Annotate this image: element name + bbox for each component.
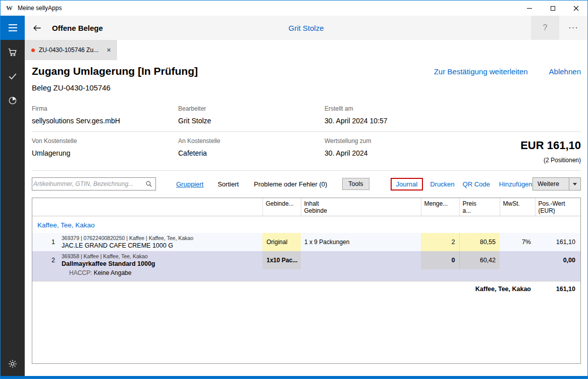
tasks-nav-button[interactable] xyxy=(1,64,25,88)
settings-button[interactable] xyxy=(1,352,25,376)
back-arrow-icon xyxy=(32,23,42,33)
menge-cell[interactable]: 2 xyxy=(421,233,459,251)
position-count: (2 Positionen) xyxy=(471,157,581,164)
row-number: 1 xyxy=(32,233,59,251)
back-button[interactable] xyxy=(25,16,49,40)
main-area: Offene Belege Grit Stolze ? ··· ZU-0430-… xyxy=(25,16,587,376)
more-actions-dropdown[interactable]: Weitere xyxy=(532,177,581,191)
cart-icon xyxy=(7,46,18,58)
app-body: Offene Belege Grit Stolze ? ··· ZU-0430-… xyxy=(1,16,587,376)
table-row[interactable]: 2 369358 | Kaffee | Kaffee, Tee, Kakao D… xyxy=(32,251,580,269)
wert-cell: 161,10 xyxy=(535,233,580,251)
minimize-button[interactable] xyxy=(518,1,541,16)
field-wertstellung: Wertstellung zum 30. April 2024 xyxy=(325,137,471,164)
mwst-cell xyxy=(500,251,535,269)
article-meta: 369358 | Kaffee | Kaffee, Tee, Kakao xyxy=(62,253,259,259)
table-row[interactable]: 1 369379 | 07622400820250 | Kaffee | Kaf… xyxy=(32,233,580,251)
help-icon: ? xyxy=(543,23,548,32)
positions-toolbar: Gruppiert Sortiert Probleme oder Fehler … xyxy=(32,177,581,191)
field-erstellt-am: Erstellt am 30. April 2024 10:57 xyxy=(325,105,471,125)
mwst-cell: 7% xyxy=(500,233,535,251)
chevron-down-icon xyxy=(573,183,577,185)
col-header-menge: Menge... xyxy=(421,198,459,216)
unsaved-indicator-dot xyxy=(31,49,35,52)
document-header: Zugang Umlagerung [In Prüfung] Zur Bestä… xyxy=(32,65,581,77)
reports-nav-button[interactable] xyxy=(1,88,25,113)
group-label: Kaffee, Tee, Kakao xyxy=(32,216,580,233)
field-firma: Firma sellysolutions Serv.ges.mbH xyxy=(32,105,178,125)
search-icon xyxy=(145,180,152,187)
grouped-toggle[interactable]: Gruppiert xyxy=(176,180,203,188)
col-header-mwst: MwSt. xyxy=(500,198,535,216)
col-header-preis: Preisa... xyxy=(459,198,500,216)
print-link[interactable]: Drucken xyxy=(430,180,454,188)
forward-for-approval-link[interactable]: Zur Bestätigung weiterleiten xyxy=(434,67,528,76)
close-icon xyxy=(573,6,579,11)
haccp-value: Keine Angabe xyxy=(94,269,132,276)
tab-label: ZU-0430-105746 Zu... xyxy=(39,46,98,54)
field-an-kostenstelle: An Kostenstelle Cafeteria xyxy=(178,137,325,164)
preis-cell[interactable]: 80,55 xyxy=(459,233,500,251)
cart-nav-button[interactable] xyxy=(1,40,25,64)
qr-code-link[interactable]: QR Code xyxy=(463,180,490,188)
maximize-icon xyxy=(551,6,555,11)
field-von-kostenstelle: Von Kostenstelle Umlagerung xyxy=(32,137,178,164)
app-logo-icon: W xyxy=(5,4,14,13)
dropdown-chevron xyxy=(569,178,580,190)
gebinde-cell[interactable]: 1x10 Pac... xyxy=(262,251,301,269)
menge-cell[interactable]: 0 xyxy=(421,251,459,269)
document-number: Beleg ZU-0430-105746 xyxy=(32,83,581,92)
summary-value: 161,10 xyxy=(535,281,580,296)
app-window: W Meine sellyApps xyxy=(0,0,588,379)
sorted-toggle[interactable]: Sortiert xyxy=(218,180,239,188)
current-user-link[interactable]: Grit Stolze xyxy=(288,24,324,32)
window-title: Meine sellyApps xyxy=(18,5,62,12)
journal-link[interactable]: Journal xyxy=(396,180,418,188)
search-input[interactable] xyxy=(33,180,145,187)
hamburger-icon xyxy=(9,24,17,25)
maximize-button[interactable] xyxy=(541,1,564,16)
close-button[interactable] xyxy=(564,1,587,16)
fields-row-1: Firma sellysolutions Serv.ges.mbH Bearbe… xyxy=(32,102,581,132)
search-box xyxy=(32,177,156,191)
total-amount: EUR 161,10 xyxy=(471,139,581,152)
haccp-label: HACCP: xyxy=(69,269,92,276)
hamburger-menu-button[interactable] xyxy=(1,16,25,40)
reject-link[interactable]: Ablehnen xyxy=(549,67,581,76)
tools-button[interactable]: Tools xyxy=(342,178,369,190)
header-fields: Firma sellysolutions Serv.ges.mbH Bearbe… xyxy=(32,102,581,171)
positions-table: Gebinde... InhaltGebinde Menge... Preisa… xyxy=(32,198,581,364)
group-summary-row: Kaffee, Tee, Kakao 161,10 xyxy=(32,281,580,296)
titlebar: W Meine sellyApps xyxy=(1,1,587,16)
tab-strip: ZU-0430-105746 Zu... ✕ xyxy=(25,40,587,60)
haccp-row: HACCP: Keine Angabe xyxy=(32,269,580,281)
document-title: Zugang Umlagerung [In Prüfung] xyxy=(32,65,198,77)
tab-document[interactable]: ZU-0430-105746 Zu... ✕ xyxy=(25,40,117,60)
add-link[interactable]: Hinzufügen xyxy=(499,180,532,188)
document-content: Zugang Umlagerung [In Prüfung] Zur Bestä… xyxy=(25,60,587,376)
window-controls xyxy=(518,1,587,16)
command-bar: Offene Belege Grit Stolze ? ··· xyxy=(25,16,587,40)
field-bearbeiter: Bearbeiter Grit Stolze xyxy=(178,105,325,125)
problems-indicator[interactable]: Probleme oder Fehler (0) xyxy=(254,180,327,188)
preis-cell[interactable]: 60,42 xyxy=(459,251,500,269)
article-cell: 369358 | Kaffee | Kaffee, Tee, Kakao Dal… xyxy=(59,251,262,269)
annotation-journal-highlight: Journal xyxy=(391,178,423,191)
fields-row-2: Von Kostenstelle Umlagerung An Kostenste… xyxy=(32,132,581,171)
ellipsis-icon: ··· xyxy=(568,23,578,33)
group-header-row[interactable]: Kaffee, Tee, Kakao xyxy=(32,216,580,233)
inhalt-cell: 1 x 9 Packungen xyxy=(301,233,421,251)
article-meta: 369379 | 07622400820250 | Kaffee | Kaffe… xyxy=(62,235,259,241)
more-options-button[interactable]: ··· xyxy=(559,16,587,40)
help-button[interactable]: ? xyxy=(531,16,559,40)
col-header-inhalt: InhaltGebinde xyxy=(301,198,421,216)
table-header-row: Gebinde... InhaltGebinde Menge... Preisa… xyxy=(32,198,580,216)
row-number: 2 xyxy=(32,251,59,269)
article-name: JAC.LE GRAND CAFE CREME 1000 G xyxy=(62,242,259,249)
gebinde-cell[interactable]: Original xyxy=(262,233,301,251)
document-actions: Zur Bestätigung weiterleiten Ablehnen xyxy=(434,67,581,77)
tab-close-icon[interactable]: ✕ xyxy=(106,47,111,54)
document-total: EUR 161,10 (2 Positionen) xyxy=(471,137,581,164)
minimize-icon xyxy=(527,8,532,9)
page-title: Offene Belege xyxy=(52,24,103,32)
